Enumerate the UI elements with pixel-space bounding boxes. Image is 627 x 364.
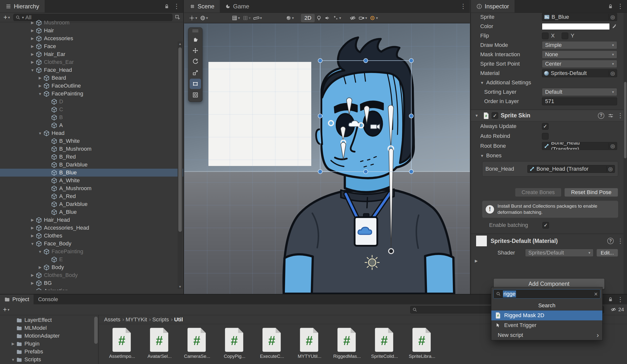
script-asset-item[interactable]: # AvatarSel... <box>141 327 178 359</box>
folder-tree-item[interactable]: ▶ Plugin <box>0 340 98 348</box>
component-search-input[interactable]: rigge × <box>493 289 600 299</box>
lock-icon[interactable] <box>164 4 169 9</box>
hierarchy-item[interactable]: ▶ Accessories <box>0 35 183 42</box>
scrollbar-thumb[interactable] <box>624 82 627 158</box>
folder-tree-item[interactable]: MLModel <box>0 324 98 332</box>
scene-menu-icon[interactable]: ⋮ <box>460 2 467 10</box>
view-hand-tool-button[interactable] <box>190 34 201 45</box>
shading-mode-button[interactable]: ▾ <box>284 14 295 22</box>
tab-game[interactable]: Game <box>220 0 255 13</box>
foldout-arrow-icon[interactable]: ▶ <box>29 273 36 277</box>
snap-increment-button[interactable]: ▾ <box>252 14 263 22</box>
script-asset-item[interactable]: # CopyPig... <box>216 327 253 359</box>
script-asset-item[interactable]: # ExecuteC... <box>253 327 291 359</box>
breadcrumb-segment[interactable]: Assets › <box>103 316 124 323</box>
draw-mode-dropdown[interactable]: Simple▾ <box>542 41 617 49</box>
tab-hierarchy[interactable]: Hierarchy <box>0 0 45 13</box>
bones-foldout[interactable]: ▼ Bones <box>471 151 627 160</box>
foldout-arrow-icon[interactable]: ▼ <box>10 358 16 362</box>
help-icon[interactable]: ? <box>598 112 604 119</box>
folder-tree-item[interactable]: LayerEffect <box>0 316 98 324</box>
move-tool-button[interactable] <box>190 45 201 56</box>
hierarchy-item[interactable]: ▼ Head <box>0 129 183 137</box>
hierarchy-item[interactable]: ▶ Hair_Ear <box>0 50 183 58</box>
folder-tree-item[interactable]: ▼ Scripts <box>0 356 98 364</box>
foldout-arrow-icon[interactable]: ▶ <box>37 265 43 269</box>
foldout-arrow-icon[interactable]: ▶ <box>37 84 43 88</box>
hierarchy-item[interactable]: ▼ FacePainting <box>0 90 183 98</box>
hierarchy-item[interactable]: ▶ Body <box>0 263 183 271</box>
hierarchy-item[interactable]: ▼ Face_Head <box>0 66 183 74</box>
scrollbar-thumb[interactable] <box>178 47 182 232</box>
clear-search-icon[interactable]: × <box>594 291 598 298</box>
object-picker-icon[interactable]: ◎ <box>607 166 613 172</box>
hierarchy-item[interactable]: ▶ Accessories_Head <box>0 224 183 232</box>
hierarchy-item[interactable]: B_Blue <box>0 169 183 177</box>
sprite-object-field[interactable]: B_Blue ◎ <box>542 13 617 21</box>
hierarchy-item[interactable]: E <box>0 256 183 263</box>
grid-visibility-button[interactable]: ▾ <box>230 14 241 22</box>
tab-inspector[interactable]: Inspector <box>471 0 515 13</box>
foldout-arrow-icon[interactable]: ▶ <box>29 44 36 49</box>
2d-mode-button[interactable]: 2D <box>301 14 315 22</box>
hierarchy-menu-icon[interactable]: ⋮ <box>173 2 180 10</box>
flip-y-checkbox[interactable] <box>562 33 568 39</box>
scene-audio-icon[interactable] <box>323 14 331 22</box>
create-asset-button[interactable]: +▾ <box>0 306 10 313</box>
lock-icon[interactable] <box>608 297 613 302</box>
folder-tree-item[interactable]: Prefabs <box>0 348 98 356</box>
hierarchy-item[interactable]: C <box>0 105 183 113</box>
shader-dropdown[interactable]: Sprites/Default▾ <box>525 249 593 257</box>
script-asset-item[interactable]: # MYTYUtil... <box>291 327 328 359</box>
foldout-arrow-icon[interactable]: ▶ <box>10 342 16 346</box>
hierarchy-item[interactable]: ▶ Face <box>0 42 183 50</box>
auto-rebind-checkbox[interactable] <box>542 133 549 140</box>
scroll-down-icon[interactable]: ▼ <box>178 285 183 289</box>
sun-light-gizmo-icon[interactable] <box>365 255 380 270</box>
sprite-sort-point-dropdown[interactable]: Center▾ <box>542 60 617 68</box>
breadcrumb-segment[interactable]: Scripts › <box>151 316 173 323</box>
camera-gizmo-icon[interactable] <box>370 124 380 129</box>
scene-camera-button[interactable]: ▾ <box>357 14 368 22</box>
hierarchy-item[interactable]: ▼ FacePainting <box>0 248 183 256</box>
shader-edit-button[interactable]: Edit... <box>596 249 618 257</box>
material-preview-foldout[interactable]: ▶ <box>471 258 627 264</box>
foldout-arrow-icon[interactable]: ▶ <box>29 28 36 33</box>
hierarchy-item[interactable]: B_Darkblue <box>0 161 183 169</box>
component-result-item[interactable]: # New script › <box>491 330 602 340</box>
object-picker-icon[interactable]: ◎ <box>609 70 615 76</box>
hierarchy-item[interactable]: ▶ Clothes_Body <box>0 271 183 279</box>
scene-lighting-icon[interactable] <box>315 14 323 22</box>
foldout-arrow-icon[interactable]: ▶ <box>29 281 36 285</box>
script-asset-item[interactable]: # CameraSe... <box>178 327 216 359</box>
hierarchy-item[interactable]: ▶ Clothes_Ear <box>0 58 183 66</box>
hierarchy-item[interactable]: A_Darkblue <box>0 200 183 208</box>
scene-viewport[interactable] <box>184 23 470 294</box>
hierarchy-item[interactable]: ▶ FaceOutline <box>0 82 183 90</box>
folder-tree-scrollbar[interactable] <box>94 317 98 344</box>
foldout-arrow-icon[interactable]: ▼ <box>29 242 36 246</box>
inspector-scrollbar[interactable] <box>624 13 627 294</box>
folder-tree-item[interactable]: MotionAdapter <box>0 332 98 340</box>
sorting-layer-dropdown[interactable]: Default▾ <box>542 88 617 96</box>
hierarchy-scrollbar[interactable]: ▲ ▼ <box>178 42 183 289</box>
hierarchy-item[interactable]: B_White <box>0 137 183 145</box>
hierarchy-item[interactable]: B <box>0 113 183 121</box>
foldout-arrow-icon[interactable]: ▶ <box>37 76 43 80</box>
component-result-item[interactable]: # Rigged Mask 2D <box>491 311 602 320</box>
hierarchy-item[interactable]: ▶ BG <box>0 279 183 287</box>
component-overlay-button[interactable]: ▾ <box>368 14 379 22</box>
breadcrumb-segment[interactable]: MYTYKit › <box>124 316 151 323</box>
hierarchy-item[interactable]: ▶ Clothes <box>0 232 183 240</box>
hierarchy-item[interactable]: ▶ Hair_Head <box>0 216 183 224</box>
hierarchy-item[interactable]: ▶ Beard <box>0 74 183 82</box>
foldout-open-icon[interactable]: ▼ <box>475 113 481 118</box>
component-result-item[interactable]: # Event Trigger <box>491 320 602 330</box>
hierarchy-item[interactable]: D <box>0 98 183 105</box>
sprite-skin-header[interactable]: ▼ # ✓ Sprite Skin ? ⋮ <box>471 110 627 121</box>
additional-settings-foldout[interactable]: ▼ Additional Settings <box>471 78 627 87</box>
foldout-arrow-icon[interactable]: ▶ <box>29 60 36 64</box>
project-menu-icon[interactable]: ⋮ <box>617 296 624 303</box>
inspector-menu-icon[interactable]: ⋮ <box>617 2 624 10</box>
hierarchy-item[interactable]: A <box>0 121 183 129</box>
